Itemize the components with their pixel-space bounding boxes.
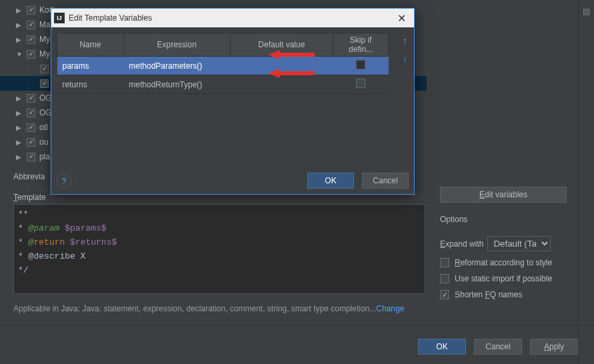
tree-checkbox[interactable] <box>40 65 49 73</box>
dialog-titlebar[interactable]: IJ Edit Template Variables ✕ <box>51 9 414 27</box>
change-context-link[interactable]: Change <box>376 304 404 313</box>
cell-default[interactable] <box>230 75 333 94</box>
tree-item-label: My <box>39 49 50 59</box>
move-down-icon[interactable]: ↓ <box>403 53 407 63</box>
skip-checkbox[interactable] <box>356 60 365 69</box>
edit-variables-button[interactable]: Edit variables <box>440 187 567 203</box>
variables-table[interactable]: Name Expression Default value Skip if de… <box>57 33 389 94</box>
tree-checkbox[interactable] <box>27 50 35 59</box>
abbreviation-label: Abbrevia <box>13 172 45 181</box>
edit-template-variables-dialog: IJ Edit Template Variables ✕ Name Expres… <box>51 8 415 195</box>
tree-checkbox[interactable] <box>27 94 35 103</box>
table-row[interactable]: returns methodReturnType() <box>57 75 389 94</box>
tree-arrow-icon: ▶ <box>16 109 23 117</box>
checkbox[interactable] <box>440 258 449 267</box>
code-line: * @param $params$ <box>18 221 421 235</box>
cell-expression[interactable]: methodParameters() <box>123 57 230 75</box>
ok-button[interactable]: OK <box>307 173 354 189</box>
apply-button[interactable]: Apply <box>530 339 578 355</box>
tree-item-label: pla <box>39 152 50 161</box>
ok-button[interactable]: OK <box>418 339 466 355</box>
tree-arrow-icon: ▶ <box>16 21 23 29</box>
checkbox[interactable] <box>440 274 449 283</box>
tree-item-label: Ma <box>39 20 51 29</box>
cell-skip[interactable] <box>333 57 389 75</box>
move-up-icon[interactable]: ↑ <box>403 35 407 46</box>
close-icon[interactable]: ✕ <box>391 9 411 27</box>
reorder-controls: ↑ ↓ <box>403 35 407 63</box>
code-line: ** <box>18 207 421 221</box>
expand-with-select[interactable]: Default (Tab) <box>487 236 551 251</box>
table-row[interactable]: params methodParameters() <box>57 57 389 75</box>
cell-skip[interactable] <box>333 75 389 94</box>
right-gutter: ▤ <box>578 0 594 364</box>
checkbox[interactable] <box>440 290 449 299</box>
template-text-label: TTemplateemplate <box>13 193 46 202</box>
tree-checkbox[interactable] <box>27 21 35 29</box>
shorten-fq-label: Shorten FQ names <box>455 290 522 299</box>
cell-expression[interactable]: methodReturnType() <box>123 75 230 94</box>
col-skip-header[interactable]: Skip if defin... <box>333 33 389 57</box>
dialog-title: Edit Template Variables <box>69 13 152 23</box>
col-default-header[interactable]: Default value <box>230 33 333 57</box>
tree-checkbox[interactable] <box>40 79 49 88</box>
tree-checkbox[interactable] <box>27 123 35 132</box>
tree-checkbox[interactable] <box>27 153 35 161</box>
static-import-label: Use static import if possible <box>455 274 552 283</box>
dialog-footer: ? OK Cancel <box>57 173 409 189</box>
tree-checkbox[interactable] <box>27 138 35 147</box>
gutter-icon[interactable]: ▤ <box>583 7 590 16</box>
cell-name[interactable]: params <box>57 57 124 75</box>
cell-default[interactable] <box>230 57 333 75</box>
static-import-checkbox-row[interactable]: Use static import if possible <box>440 274 577 283</box>
code-line: * @describe X <box>18 249 421 263</box>
tree-arrow-icon: ▶ <box>16 124 23 131</box>
tree-arrow-icon: ▶ <box>16 95 23 102</box>
cancel-button[interactable]: Cancel <box>474 339 522 355</box>
dialog-footer: OK Cancel Apply <box>0 325 594 357</box>
tree-item-label: OG <box>39 108 52 117</box>
template-code-editor[interactable]: ** * @param $params$ * @return $returns$… <box>13 204 425 294</box>
tree-checkbox[interactable] <box>27 109 35 117</box>
tree-arrow-icon: ▶ <box>16 36 23 43</box>
tree-checkbox[interactable] <box>27 6 35 15</box>
tree-item-label: otl <box>39 123 48 132</box>
tree-item-label: ou <box>39 137 48 147</box>
tree-arrow-icon: ▶ <box>16 139 23 146</box>
cell-name[interactable]: returns <box>57 75 124 94</box>
expand-with-label: Expand with <box>440 239 483 249</box>
tree-arrow-icon: ▶ <box>16 7 23 14</box>
code-line: * @return $returns$ <box>18 235 421 249</box>
right-options-panel: Edit variables Options Expand with Defau… <box>440 187 577 299</box>
tree-item-label: OG <box>39 93 52 103</box>
dialog-body: Name Expression Default value Skip if de… <box>51 27 414 99</box>
tree-checkbox[interactable] <box>27 35 35 44</box>
intellij-icon: IJ <box>54 13 65 23</box>
cancel-button[interactable]: Cancel <box>362 173 409 189</box>
col-name-header[interactable]: Name <box>57 33 124 57</box>
tree-arrow-icon: ▼ <box>16 51 23 58</box>
tree-item-label: My <box>39 35 50 44</box>
code-line: */ <box>18 263 421 277</box>
reformat-checkbox-row[interactable]: Reformat according to style <box>440 258 577 267</box>
col-expression-header[interactable]: Expression <box>123 33 230 57</box>
help-icon[interactable]: ? <box>57 173 71 188</box>
tree-arrow-icon: ▶ <box>16 153 23 161</box>
skip-checkbox[interactable] <box>356 79 365 88</box>
applicable-contexts: Applicable in Java; Java: statement, exp… <box>13 304 404 313</box>
reformat-label: Reformat according to style <box>455 258 552 267</box>
shorten-fq-checkbox-row[interactable]: Shorten FQ names <box>440 290 577 299</box>
options-label: Options <box>440 215 577 224</box>
